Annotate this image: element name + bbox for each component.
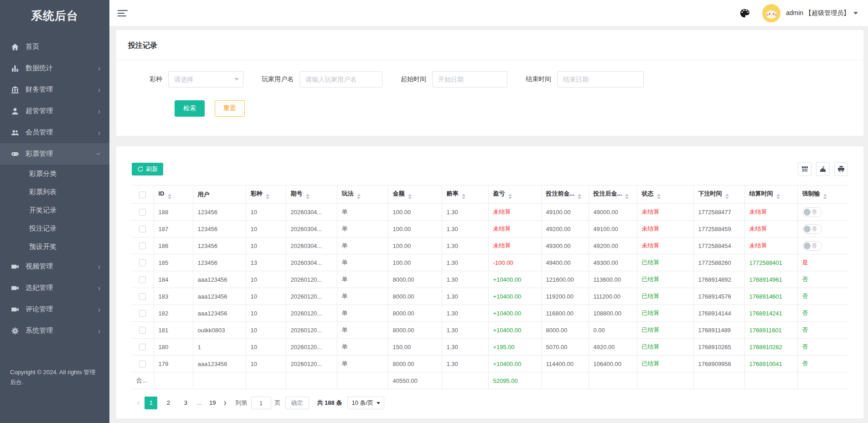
- avatar[interactable]: [762, 4, 780, 22]
- sidebar-item[interactable]: 财务管理›: [0, 79, 109, 100]
- page-size-select[interactable]: 10 条/页: [347, 397, 384, 409]
- sort-icon[interactable]: [168, 194, 171, 199]
- jump-confirm-button[interactable]: 确定: [285, 397, 309, 409]
- row-checkbox[interactable]: [139, 344, 146, 351]
- settle-time-cell: 1768910041: [744, 356, 797, 372]
- row-select-cell: [132, 271, 154, 288]
- row-checkbox[interactable]: [139, 327, 146, 334]
- page-number[interactable]: 1: [145, 397, 157, 409]
- end-date-input[interactable]: [557, 71, 644, 88]
- row-select-cell: [132, 221, 154, 237]
- force-lose-toggle[interactable]: 否: [802, 241, 822, 251]
- column-header[interactable]: 期号: [286, 186, 337, 204]
- column-header[interactable]: 投注后金...: [589, 186, 637, 204]
- profit-cell: 未结算: [488, 237, 541, 254]
- user-icon: [11, 107, 19, 115]
- sort-icon[interactable]: [823, 194, 827, 199]
- sort-icon[interactable]: [625, 194, 629, 199]
- sidebar-subitem[interactable]: 投注记录: [0, 219, 109, 237]
- refresh-button[interactable]: 刷新: [132, 163, 163, 175]
- next-page-icon[interactable]: ›: [224, 397, 226, 408]
- chevron-icon: ›: [94, 153, 103, 155]
- row-checkbox[interactable]: [139, 361, 146, 367]
- row-checkbox[interactable]: [139, 226, 146, 232]
- sidebar-subitem[interactable]: 彩票列表: [0, 183, 109, 201]
- sort-icon[interactable]: [657, 194, 661, 199]
- column-header[interactable]: 玩法: [337, 186, 388, 204]
- column-header[interactable]: 强制输: [797, 186, 847, 204]
- column-header[interactable]: 状态: [637, 186, 693, 204]
- column-label: 结算时间: [749, 190, 773, 197]
- export-button[interactable]: [816, 162, 830, 176]
- sort-icon[interactable]: [357, 194, 361, 199]
- row-checkbox[interactable]: [139, 276, 146, 283]
- sort-icon[interactable]: [508, 194, 512, 199]
- sidebar-subitem[interactable]: 彩票分类: [0, 165, 109, 183]
- play-cell: 单: [337, 254, 388, 271]
- page-number[interactable]: 3: [179, 397, 192, 409]
- row-checkbox[interactable]: [139, 293, 146, 300]
- menu-toggle-icon[interactable]: [118, 8, 129, 18]
- row-checkbox[interactable]: [139, 259, 146, 266]
- balance-before-cell: 119200.00: [541, 288, 589, 305]
- lottery-cell: 10: [246, 322, 286, 339]
- column-header[interactable]: 彩种: [246, 186, 286, 204]
- play-cell: 单: [337, 322, 388, 339]
- force-lose-toggle[interactable]: 否: [802, 224, 822, 234]
- sidebar-subitem[interactable]: 预设开奖: [0, 237, 109, 256]
- column-label: 用户: [198, 191, 210, 198]
- username[interactable]: admin 【超级管理员】: [786, 9, 850, 17]
- user-menu-caret-icon[interactable]: [853, 12, 858, 15]
- prev-page-icon[interactable]: ‹: [137, 397, 140, 408]
- sort-icon[interactable]: [776, 194, 780, 199]
- reset-button[interactable]: 重置: [215, 100, 245, 117]
- id-cell: 180: [154, 339, 193, 356]
- sort-icon[interactable]: [725, 194, 729, 199]
- row-checkbox[interactable]: [139, 209, 146, 216]
- column-label: 彩种: [251, 190, 263, 197]
- start-date-input[interactable]: [432, 71, 507, 88]
- sidebar-item[interactable]: 超管管理›: [0, 100, 109, 122]
- search-button[interactable]: 检索: [175, 100, 205, 117]
- sort-icon[interactable]: [462, 194, 465, 199]
- column-header[interactable]: ID: [154, 186, 193, 204]
- row-checkbox[interactable]: [139, 242, 146, 249]
- row-select-cell: [132, 322, 154, 339]
- page-jump-input[interactable]: [251, 397, 271, 409]
- sort-icon[interactable]: [306, 194, 310, 199]
- user-cell: 123456: [193, 221, 246, 237]
- column-header[interactable]: 结算时间: [744, 186, 797, 204]
- page-number[interactable]: 19: [206, 397, 219, 409]
- filter-row: 彩种 玩家用户名 起始时间 结束: [116, 60, 863, 88]
- column-header[interactable]: 投注前金...: [541, 186, 589, 204]
- print-icon: [837, 165, 845, 173]
- page-number[interactable]: 2: [162, 397, 175, 409]
- column-header[interactable]: 下注时间: [693, 186, 744, 204]
- column-header[interactable]: 盈亏: [488, 186, 541, 204]
- sidebar-item[interactable]: 数据统计›: [0, 57, 109, 79]
- topbar-right: admin 【超级管理员】: [739, 4, 858, 22]
- sort-icon[interactable]: [578, 194, 581, 199]
- sidebar-item[interactable]: 彩票管理›: [0, 143, 109, 165]
- sidebar-subitem[interactable]: 开奖记录: [0, 201, 109, 219]
- sidebar-item[interactable]: 首页: [0, 36, 109, 57]
- sidebar-item[interactable]: 评论管理›: [0, 299, 109, 320]
- force-lose-toggle[interactable]: 否: [802, 207, 822, 217]
- sort-icon[interactable]: [266, 194, 269, 199]
- sort-icon[interactable]: [408, 194, 412, 199]
- sidebar-item[interactable]: 选妃管理›: [0, 277, 109, 299]
- columns-button[interactable]: [798, 162, 811, 176]
- row-checkbox[interactable]: [139, 310, 146, 317]
- theme-palette-icon[interactable]: [739, 8, 749, 18]
- select-all-checkbox[interactable]: [139, 191, 146, 198]
- column-header[interactable]: 金额: [388, 186, 442, 204]
- player-input[interactable]: [300, 71, 382, 88]
- status-cell: 已结算: [637, 271, 693, 288]
- amount-cell: 8000.00: [388, 288, 442, 305]
- sidebar-item[interactable]: 系统管理›: [0, 320, 109, 341]
- sidebar-item[interactable]: 视频管理›: [0, 256, 109, 277]
- print-button[interactable]: [834, 162, 848, 176]
- column-header[interactable]: 赔率: [442, 186, 488, 204]
- sidebar-item[interactable]: 会员管理›: [0, 122, 109, 143]
- lottery-select[interactable]: [168, 71, 243, 88]
